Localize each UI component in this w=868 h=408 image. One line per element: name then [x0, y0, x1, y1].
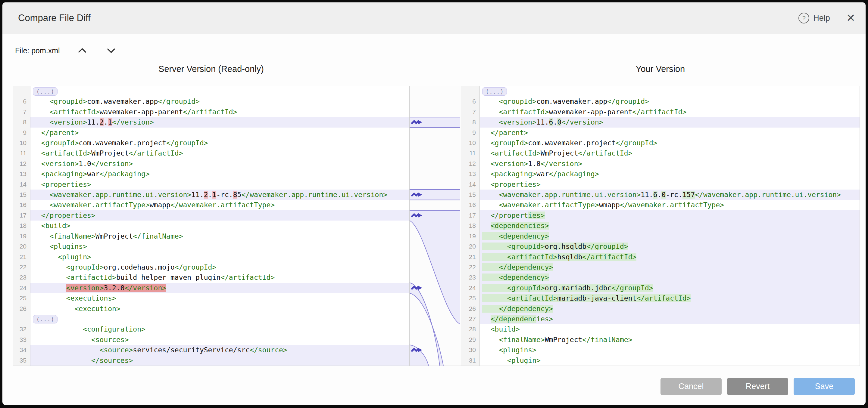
- code-row: (...): [13, 314, 409, 324]
- line-number: 21: [461, 252, 480, 262]
- code-row: 28 <build>: [461, 324, 860, 334]
- code-line: <sources>: [30, 335, 409, 345]
- line-number: 17: [13, 210, 30, 220]
- collapsed-region-chip[interactable]: (...): [33, 87, 58, 96]
- code-line: <dependency>: [480, 272, 860, 282]
- cancel-button[interactable]: Cancel: [660, 378, 722, 395]
- code-row: 20 <plugins>: [13, 241, 409, 251]
- line-number: 10: [13, 138, 30, 148]
- diff-gutter: [410, 86, 461, 366]
- line-number: 16: [461, 200, 480, 210]
- code-line: <artifactId>wavemaker-app-parent</artifa…: [30, 107, 409, 117]
- code-line: <version>3.2.0</version>: [30, 283, 409, 293]
- line-number: 11: [461, 148, 480, 158]
- save-button[interactable]: Save: [794, 378, 855, 395]
- code-line: <artifactId>WmProject</artifactId>: [30, 148, 409, 158]
- dialog-footer: Cancel Revert Save: [2, 378, 866, 395]
- code-line: <configuration>: [30, 324, 409, 334]
- collapsed-region-chip[interactable]: (...): [482, 87, 507, 96]
- line-number: 20: [461, 241, 480, 251]
- close-icon[interactable]: ✕: [846, 13, 855, 24]
- chevron-down-icon: [106, 47, 116, 54]
- code-row: 10 <groupId>com.wavemaker.project</group…: [13, 138, 409, 148]
- code-line: </sources>: [30, 355, 409, 366]
- code-line: <artifactId>hsqldb</artifactId>: [480, 252, 860, 262]
- code-row: 23 <artifactId>build-helper-maven-plugin…: [13, 272, 409, 282]
- code-line: <groupId>org.hsqldb</groupId>: [480, 241, 860, 251]
- code-line: <build>: [30, 220, 409, 231]
- code-row: 24 <version>3.2.0</version>: [13, 283, 409, 293]
- code-row: 24 <groupId>org.mariadb.jdbc</groupId>: [461, 283, 860, 293]
- code-row: 17 </properties>: [461, 210, 860, 220]
- collapsed-region-chip[interactable]: (...): [33, 315, 58, 324]
- line-number: 17: [461, 210, 480, 220]
- previous-diff-button[interactable]: [75, 45, 89, 56]
- line-number: 27: [461, 314, 480, 324]
- line-number: 25: [461, 293, 480, 303]
- chevron-up-icon: [78, 47, 87, 54]
- your-version-pane[interactable]: (...)6 <groupId>com.wavemaker.app</group…: [461, 86, 860, 366]
- server-version-pane[interactable]: (...)6 <groupId>com.wavemaker.app</group…: [13, 86, 410, 366]
- line-number: [13, 314, 30, 324]
- code-row: 12 <version>1.0</version>: [13, 159, 409, 169]
- code-row: 23 <dependency>: [461, 272, 860, 282]
- code-line: <groupId>com.wavemaker.project</groupId>: [30, 138, 409, 148]
- line-number: 8: [13, 117, 30, 127]
- code-row: 7 <artifactId>wavemaker-app-parent</arti…: [13, 107, 409, 117]
- line-number: 10: [461, 138, 480, 148]
- line-number: 15: [461, 190, 480, 200]
- line-number: 24: [13, 283, 30, 293]
- file-name-label: File: pom.xml: [15, 46, 60, 55]
- line-number: 18: [461, 220, 480, 231]
- code-line: <version>11.2.1</version>: [30, 117, 409, 127]
- code-row: 29 <finalName>WmProject</finalName>: [461, 335, 860, 345]
- code-line: <plugins>: [480, 345, 860, 355]
- code-line: <plugin>: [480, 355, 860, 366]
- code-line: </dependency>: [480, 262, 860, 272]
- line-number: 13: [461, 169, 480, 179]
- line-number: 26: [461, 304, 480, 314]
- code-row: 25 <executions>: [13, 293, 409, 303]
- code-line: <packaging>war</packaging>: [480, 169, 860, 179]
- line-number: 34: [13, 345, 30, 355]
- code-line: <packaging>war</packaging>: [30, 169, 409, 179]
- code-line: <finalName>WmProject</finalName>: [30, 231, 409, 241]
- code-line: (...): [30, 314, 409, 324]
- code-line: <executions>: [30, 293, 409, 303]
- revert-button[interactable]: Revert: [727, 378, 788, 395]
- code-line: </dependencies>: [480, 314, 860, 324]
- code-line: <version>1.0</version>: [30, 159, 409, 169]
- code-line: <dependencies>: [480, 220, 860, 231]
- code-line: (...): [480, 86, 860, 96]
- code-line: <finalName>WmProject</finalName>: [480, 335, 860, 345]
- code-row: 13 <packaging>war</packaging>: [13, 169, 409, 179]
- code-line: (...): [30, 86, 409, 96]
- help-button[interactable]: ? Help: [799, 13, 830, 24]
- code-line: <properties>: [30, 179, 409, 190]
- code-line: <wavemaker.artifactType>wmapp</wavemaker…: [480, 200, 860, 210]
- code-line: </properties>: [30, 210, 409, 220]
- code-row: 34 <source>services/securityService/src<…: [13, 345, 409, 355]
- code-row: 33 <sources>: [13, 335, 409, 345]
- code-row: 30 <plugins>: [461, 345, 860, 355]
- line-number: 12: [461, 159, 480, 169]
- code-row: 16 <wavemaker.artifactType>wmapp</wavema…: [461, 200, 860, 210]
- line-number: 21: [13, 252, 30, 262]
- code-row: 26 </dependency>: [461, 304, 860, 314]
- help-label: Help: [813, 13, 830, 23]
- code-row: 11 <artifactId>WmProject</artifactId>: [461, 148, 860, 158]
- code-line: </parent>: [480, 128, 860, 138]
- next-diff-button[interactable]: [104, 45, 118, 56]
- question-mark-circle-icon: ?: [799, 13, 809, 24]
- code-line: <artifactId>mariadb-java-client</artifac…: [480, 293, 860, 303]
- code-line: <execution>: [30, 304, 409, 314]
- code-line: <wavemaker.app.runtime.ui.version>11.6.0…: [480, 190, 860, 200]
- line-number: 28: [461, 324, 480, 334]
- code-row: 12 <version>1.0</version>: [461, 159, 860, 169]
- line-number: 7: [461, 107, 480, 117]
- code-row: 20 <groupId>org.hsqldb</groupId>: [461, 241, 860, 251]
- line-number: 11: [13, 148, 30, 158]
- code-line: <artifactId>build-helper-maven-plugin</a…: [30, 272, 409, 282]
- line-number: [13, 86, 30, 96]
- code-row: 32 <configuration>: [13, 324, 409, 334]
